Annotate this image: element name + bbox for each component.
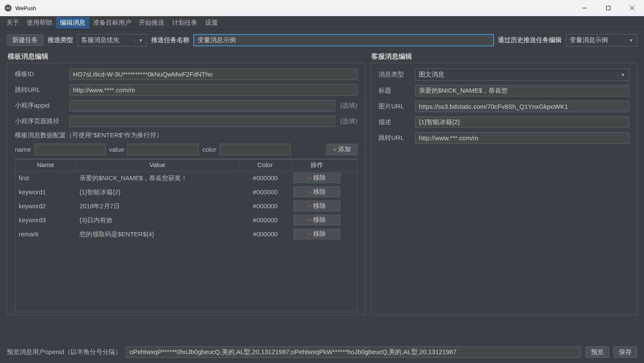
mini-path-label: 小程序页面路径	[15, 117, 65, 125]
msg-type-value: 图文消息	[419, 71, 444, 79]
remove-button[interactable]: −移除	[294, 173, 340, 183]
cell-name[interactable]: first	[15, 171, 76, 185]
template-id-input[interactable]	[69, 68, 357, 80]
titlebar: WePush	[0, 0, 644, 16]
msg-type-select[interactable]: 图文消息 ▼	[415, 68, 629, 81]
cell-value[interactable]: 2018年2月7日	[76, 199, 239, 213]
template-id-label: 模板ID	[15, 70, 65, 78]
cell-color[interactable]: #000000	[239, 227, 291, 241]
col-op: 操作	[291, 159, 342, 171]
minus-icon: −	[308, 188, 312, 196]
plus-icon: +	[333, 146, 336, 153]
menubar: 关于使用帮助编辑消息准备目标用户开始推送计划任务设置	[0, 16, 644, 30]
table-row: keyword22018年2月7日#000000−移除	[15, 199, 357, 213]
cell-value[interactable]: 您的领取码是$ENTER${4}	[76, 227, 239, 241]
toolbar: 新建任务 推送类型 客服消息优先 ▼ 推送任务名称 通过历史推送任务编辑 变量消…	[0, 30, 644, 50]
menu-item[interactable]: 准备目标用户	[89, 17, 135, 28]
remove-button[interactable]: −移除	[294, 229, 340, 239]
chevron-down-icon: ▼	[618, 72, 625, 77]
desc-label: 描述	[378, 118, 411, 126]
cell-op: −移除	[291, 171, 342, 185]
minus-icon: −	[308, 174, 312, 182]
table-row: remark您的领取码是$ENTER${4}#000000−移除	[15, 227, 357, 241]
cell-op: −移除	[291, 213, 342, 227]
task-name-input[interactable]	[194, 34, 494, 46]
preview-button[interactable]: 预览	[585, 346, 609, 358]
cell-color[interactable]: #000000	[239, 171, 291, 185]
add-color-input[interactable]	[220, 144, 291, 155]
menu-item[interactable]: 使用帮助	[23, 17, 56, 28]
table-row: keyword1{1}智能冰箱{2}#000000−移除	[15, 185, 357, 199]
history-select[interactable]: 变量消息示例 ▼	[566, 34, 637, 46]
data-config-title: 模板消息数据配置（可使用"$ENTER$"作为换行符）	[15, 131, 357, 139]
minus-icon: −	[308, 230, 312, 238]
maximize-button[interactable]	[596, 0, 620, 16]
kefu-title-input[interactable]	[415, 85, 629, 96]
footer: 预览消息用户openid（以半角分号分隔） 预览 保存	[0, 341, 644, 363]
cell-op: −移除	[291, 227, 342, 241]
table-header: Name Value Color 操作	[15, 159, 357, 171]
col-value: Value	[76, 159, 239, 171]
add-color-label: color	[202, 146, 216, 153]
chevron-down-icon: ▼	[626, 38, 633, 43]
table-row: first亲爱的$NICK_NAME$，恭喜您获奖！#000000−移除	[15, 171, 357, 185]
remove-button[interactable]: −移除	[294, 215, 340, 225]
menu-item[interactable]: 编辑消息	[56, 17, 89, 28]
pic-url-label: 图片URL	[378, 102, 411, 111]
menu-item[interactable]: 开始推送	[135, 17, 168, 28]
cell-color[interactable]: #000000	[239, 213, 291, 227]
history-value: 变量消息示例	[570, 36, 608, 44]
new-task-button[interactable]: 新建任务	[7, 34, 43, 46]
mini-appid-input[interactable]	[69, 100, 335, 111]
add-value-label: value	[109, 146, 124, 153]
col-color: Color	[239, 159, 291, 171]
minus-icon: −	[308, 216, 312, 224]
jump-url-input[interactable]	[69, 84, 357, 96]
remove-button[interactable]: −移除	[294, 201, 340, 211]
desc-input[interactable]	[415, 116, 629, 128]
cell-value[interactable]: {1}智能冰箱{2}	[76, 185, 239, 199]
cell-value[interactable]: {3}日内有效	[76, 213, 239, 227]
mini-path-input[interactable]	[69, 116, 335, 127]
mini-appid-label: 小程序appid	[15, 102, 65, 110]
preview-openid-input[interactable]	[126, 346, 581, 358]
content: 模板消息编辑 模板ID 跳转URL 小程序appid (选填) 小程序页面路径 …	[0, 50, 644, 315]
add-button-label: 添加	[338, 145, 351, 153]
push-type-select[interactable]: 客服消息优先 ▼	[77, 34, 147, 46]
optional-hint: (选填)	[340, 102, 357, 110]
add-button[interactable]: +添加	[326, 144, 357, 155]
pic-url-input[interactable]	[415, 101, 629, 112]
table-body: first亲爱的$NICK_NAME$，恭喜您获奖！#000000−移除keyw…	[15, 171, 357, 312]
menu-item[interactable]: 关于	[3, 17, 23, 28]
task-name-label: 推送任务名称	[151, 36, 189, 44]
minimize-button[interactable]	[573, 0, 596, 16]
cell-color[interactable]: #000000	[239, 185, 291, 199]
add-name-input[interactable]	[34, 144, 106, 155]
cell-value[interactable]: 亲爱的$NICK_NAME$，恭喜您获奖！	[76, 171, 239, 185]
menu-item[interactable]: 计划任务	[168, 17, 201, 28]
cell-name[interactable]: keyword1	[15, 185, 76, 199]
push-type-label: 推送类型	[48, 36, 73, 44]
msg-type-label: 消息类型	[378, 71, 411, 79]
menu-item[interactable]: 设置	[201, 17, 222, 28]
minus-icon: −	[308, 202, 312, 210]
template-panel-title: 模板消息编辑	[7, 50, 365, 63]
save-button[interactable]: 保存	[613, 346, 637, 358]
kefu-jump-input[interactable]	[415, 132, 629, 144]
app-logo-icon	[4, 4, 12, 12]
cell-name[interactable]: keyword2	[15, 199, 76, 213]
cell-name[interactable]: keyword3	[15, 213, 76, 227]
cell-color[interactable]: #000000	[239, 199, 291, 213]
remove-button[interactable]: −移除	[294, 187, 340, 197]
add-value-input[interactable]	[127, 144, 199, 155]
cell-name[interactable]: remark	[15, 227, 76, 241]
col-name: Name	[15, 159, 76, 171]
close-button[interactable]	[620, 0, 644, 16]
svg-rect-2	[607, 6, 610, 10]
jump-url-label: 跳转URL	[15, 86, 65, 94]
data-table: Name Value Color 操作 first亲爱的$NICK_NAME$，…	[15, 159, 357, 312]
template-panel: 模板消息编辑 模板ID 跳转URL 小程序appid (选填) 小程序页面路径 …	[7, 50, 365, 315]
kefu-panel: 客服消息编辑 消息类型 图文消息 ▼ 标题 图片URL 描述	[370, 50, 637, 315]
cell-op: −移除	[291, 199, 342, 213]
table-row: keyword3{3}日内有效#000000−移除	[15, 213, 357, 227]
